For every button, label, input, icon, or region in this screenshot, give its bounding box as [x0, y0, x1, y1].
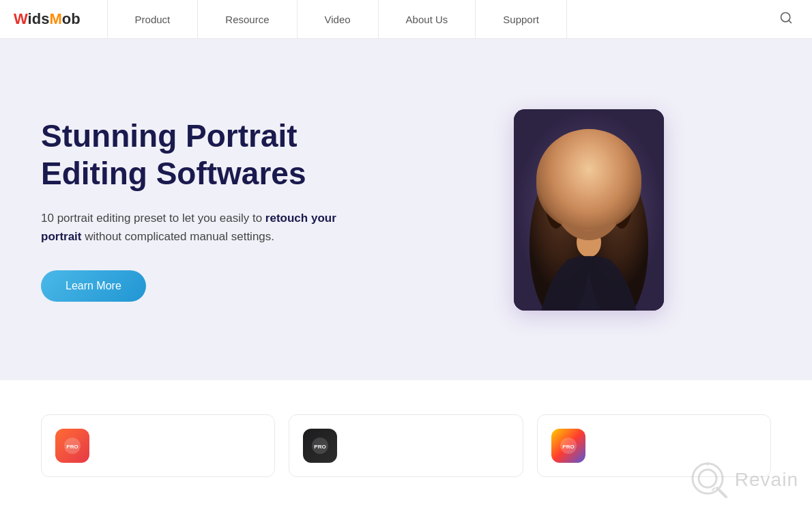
- navbar: WidsMob Product Resource Video About Us …: [0, 0, 812, 39]
- logo-w: W: [14, 10, 28, 27]
- svg-point-9: [544, 154, 568, 229]
- revain-watermark: Revain: [688, 459, 798, 500]
- product-card-2: PRO: [289, 414, 523, 477]
- svg-point-13: [573, 191, 580, 198]
- logo[interactable]: WidsMob: [14, 10, 81, 28]
- svg-line-25: [717, 488, 726, 497]
- search-button[interactable]: [774, 5, 798, 33]
- product-icon-3: PRO: [551, 429, 585, 463]
- nav-item-product[interactable]: Product: [107, 0, 199, 38]
- learn-more-button[interactable]: Learn More: [41, 270, 146, 302]
- revain-text: Revain: [735, 469, 798, 491]
- search-icon: [779, 11, 793, 25]
- svg-text:PRO: PRO: [562, 444, 574, 450]
- product-card-1: PRO: [41, 414, 275, 477]
- portrait-svg: [514, 109, 664, 311]
- svg-point-14: [599, 191, 606, 198]
- portrait-photo: [514, 109, 664, 311]
- svg-point-12: [595, 190, 609, 199]
- hero-section: Stunning Portrait Editing Softwares 10 p…: [0, 39, 812, 380]
- product-icon-1: PRO: [55, 429, 89, 463]
- logo-ids: ids: [28, 10, 50, 27]
- hero-image-area: [406, 109, 771, 311]
- nav-item-resource[interactable]: Resource: [197, 0, 297, 38]
- hero-description: 10 portrait editing preset to let you ea…: [41, 209, 368, 246]
- svg-point-10: [609, 154, 634, 229]
- hero-content: Stunning Portrait Editing Softwares 10 p…: [41, 117, 406, 302]
- logo-ob: ob: [62, 10, 81, 27]
- svg-point-8: [551, 133, 626, 188]
- svg-point-11: [569, 190, 583, 199]
- nav-item-video[interactable]: Video: [297, 0, 379, 38]
- svg-point-24: [699, 470, 716, 487]
- svg-text:PRO: PRO: [315, 444, 326, 450]
- pro-badge-icon-1: PRO: [62, 436, 83, 456]
- pro-badge-icon-2: PRO: [310, 436, 330, 456]
- product-icon-2: PRO: [303, 429, 337, 463]
- revain-logo-icon: [688, 459, 729, 500]
- svg-point-16: [602, 192, 605, 195]
- nav-item-support[interactable]: Support: [475, 0, 567, 38]
- svg-line-1: [789, 20, 792, 23]
- svg-text:PRO: PRO: [66, 444, 78, 450]
- nav-item-about-us[interactable]: About Us: [378, 0, 476, 38]
- svg-point-7: [553, 156, 624, 240]
- hero-title: Stunning Portrait Editing Softwares: [41, 117, 406, 192]
- pro-badge-icon-3: PRO: [558, 436, 579, 456]
- product-cards: PRO PRO PRO: [41, 414, 771, 477]
- nav-menu: Product Resource Video About Us Support: [108, 0, 774, 38]
- svg-point-15: [576, 192, 579, 195]
- logo-m: M: [49, 10, 61, 27]
